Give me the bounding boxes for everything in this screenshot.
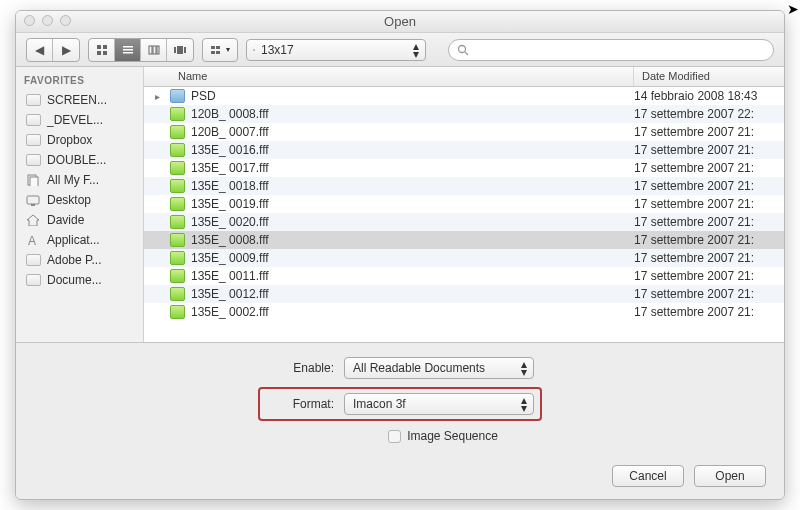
file-date: 17 settembre 2007 21: <box>634 125 784 139</box>
disclosure-icon[interactable]: ▸ <box>144 91 170 102</box>
path-dropdown[interactable]: 13x17 ▴▾ <box>246 39 426 61</box>
enable-row: Enable: All Readable Documents ▴▾ <box>266 357 534 379</box>
coverflow-icon <box>173 45 187 55</box>
search-input[interactable] <box>448 39 774 61</box>
file-name: 135E_ 0020.fff <box>191 215 634 229</box>
file-date: 17 settembre 2007 21: <box>634 287 784 301</box>
table-row[interactable]: 135E_ 0009.fff17 settembre 2007 21: <box>144 249 784 267</box>
column-name[interactable]: Name <box>170 67 634 86</box>
svg-rect-13 <box>211 46 215 49</box>
sidebar-item[interactable]: _DEVEL... <box>16 110 143 130</box>
sidebar-item[interactable]: DOUBLE... <box>16 150 143 170</box>
file-icon <box>170 251 185 265</box>
column-date[interactable]: Date Modified <box>634 67 784 86</box>
file-date: 17 settembre 2007 21: <box>634 143 784 157</box>
coverflow-view-button[interactable] <box>167 39 193 61</box>
enable-dropdown[interactable]: All Readable Documents ▴▾ <box>344 357 534 379</box>
table-row[interactable]: 120B_ 0008.fff17 settembre 2007 22: <box>144 105 784 123</box>
file-list[interactable]: ▸PSD14 febbraio 2008 18:43120B_ 0008.fff… <box>144 87 784 342</box>
arrange-button[interactable]: ▾ <box>203 39 237 61</box>
table-row[interactable]: 135E_ 0008.fff17 settembre 2007 21: <box>144 231 784 249</box>
table-row[interactable]: 135E_ 0016.fff17 settembre 2007 21: <box>144 141 784 159</box>
allfiles-icon <box>26 174 41 186</box>
column-header: Name Date Modified <box>144 67 784 87</box>
nav-buttons: ◀ ▶ <box>26 38 80 62</box>
table-row[interactable]: 135E_ 0012.fff17 settembre 2007 21: <box>144 285 784 303</box>
svg-rect-4 <box>123 46 133 48</box>
cancel-button[interactable]: Cancel <box>612 465 684 487</box>
sidebar-item[interactable]: All My F... <box>16 170 143 190</box>
file-name: 135E_ 0019.fff <box>191 197 634 211</box>
svg-rect-16 <box>216 51 220 54</box>
options-panel: Enable: All Readable Documents ▴▾ Format… <box>16 343 784 453</box>
file-date: 17 settembre 2007 21: <box>634 269 784 283</box>
zoom-icon[interactable] <box>60 15 71 26</box>
icon-view-button[interactable] <box>89 39 115 61</box>
file-date: 17 settembre 2007 21: <box>634 305 784 319</box>
file-date: 17 settembre 2007 21: <box>634 161 784 175</box>
sidebar-item-label: _DEVEL... <box>47 113 103 127</box>
sidebar-item[interactable]: Adobe P... <box>16 250 143 270</box>
svg-rect-2 <box>97 51 101 55</box>
svg-rect-7 <box>149 46 152 54</box>
search-icon <box>457 44 469 56</box>
sidebar-item-label: Desktop <box>47 193 91 207</box>
forward-button[interactable]: ▶ <box>53 39 79 61</box>
folder-icon <box>253 49 255 51</box>
minimize-icon[interactable] <box>42 15 53 26</box>
file-date: 17 settembre 2007 21: <box>634 215 784 229</box>
file-browser: Name Date Modified ▸PSD14 febbraio 2008 … <box>144 67 784 342</box>
list-view-button[interactable] <box>115 39 141 61</box>
window-title: Open <box>384 14 416 29</box>
sidebar-item-label: DOUBLE... <box>47 153 106 167</box>
file-date: 17 settembre 2007 21: <box>634 179 784 193</box>
file-name: 120B_ 0007.fff <box>191 125 634 139</box>
enable-label: Enable: <box>266 361 334 375</box>
svg-rect-10 <box>174 47 176 53</box>
view-mode-buttons <box>88 38 194 62</box>
folder-icon <box>26 94 41 106</box>
folder-icon <box>26 114 41 126</box>
svg-rect-0 <box>97 45 101 49</box>
image-sequence-checkbox[interactable] <box>388 430 401 443</box>
svg-rect-21 <box>27 196 39 204</box>
updown-icon: ▴▾ <box>413 42 419 58</box>
file-name: 135E_ 0009.fff <box>191 251 634 265</box>
table-row[interactable]: 135E_ 0002.fff17 settembre 2007 21: <box>144 303 784 321</box>
table-row[interactable]: 135E_ 0018.fff17 settembre 2007 21: <box>144 177 784 195</box>
updown-icon: ▴▾ <box>521 396 527 412</box>
sidebar-item-label: Adobe P... <box>47 253 102 267</box>
sidebar-item[interactable]: Dropbox <box>16 130 143 150</box>
file-name: 135E_ 0012.fff <box>191 287 634 301</box>
table-row[interactable]: 135E_ 0011.fff17 settembre 2007 21: <box>144 267 784 285</box>
home-icon <box>26 214 41 226</box>
format-dropdown[interactable]: Imacon 3f ▴▾ <box>344 393 534 415</box>
table-row[interactable]: 135E_ 0020.fff17 settembre 2007 21: <box>144 213 784 231</box>
file-icon <box>170 179 185 193</box>
file-date: 17 settembre 2007 21: <box>634 233 784 247</box>
sidebar-item[interactable]: Desktop <box>16 190 143 210</box>
file-icon <box>170 125 185 139</box>
image-sequence-row: Image Sequence <box>388 429 498 443</box>
table-row[interactable]: 120B_ 0007.fff17 settembre 2007 21: <box>144 123 784 141</box>
column-view-button[interactable] <box>141 39 167 61</box>
sidebar-item[interactable]: SCREEN... <box>16 90 143 110</box>
file-name: 135E_ 0011.fff <box>191 269 634 283</box>
svg-rect-20 <box>30 177 38 186</box>
apps-icon: A <box>26 234 41 246</box>
sidebar-item[interactable]: Davide <box>16 210 143 230</box>
table-row[interactable]: ▸PSD14 febbraio 2008 18:43 <box>144 87 784 105</box>
columns-icon <box>148 44 160 56</box>
close-icon[interactable] <box>24 15 35 26</box>
sidebar-item[interactable]: Docume... <box>16 270 143 290</box>
table-row[interactable]: 135E_ 0017.fff17 settembre 2007 21: <box>144 159 784 177</box>
sidebar-item[interactable]: AApplicat... <box>16 230 143 250</box>
file-icon <box>170 197 185 211</box>
back-button[interactable]: ◀ <box>27 39 53 61</box>
svg-line-18 <box>465 52 468 55</box>
open-button[interactable]: Open <box>694 465 766 487</box>
folder-icon <box>26 134 41 146</box>
file-name: 135E_ 0016.fff <box>191 143 634 157</box>
table-row[interactable]: 135E_ 0019.fff17 settembre 2007 21: <box>144 195 784 213</box>
sidebar: FAVORITES SCREEN..._DEVEL...DropboxDOUBL… <box>16 67 144 342</box>
